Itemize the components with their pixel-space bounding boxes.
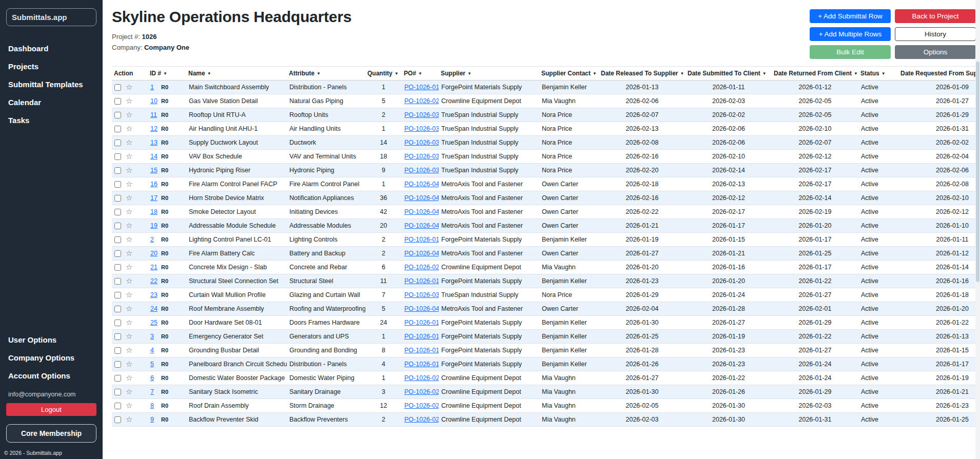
star-icon[interactable]: ☆ (126, 96, 132, 105)
sidebar-item-projects[interactable]: Projects (0, 57, 103, 75)
row-checkbox[interactable] (114, 375, 121, 382)
back-to-project-button[interactable]: Back to Project (895, 9, 976, 23)
row-id-link[interactable]: 13 (150, 139, 158, 146)
row-id-link[interactable]: 18 (150, 208, 158, 215)
sort-desc-icon[interactable]: ▼ (854, 71, 858, 76)
bulk-edit-button[interactable]: Bulk Edit (810, 45, 891, 59)
row-id-link[interactable]: 22 (150, 277, 158, 285)
row-po-link[interactable]: PO-1026-01 (404, 277, 439, 285)
column-header-po[interactable]: PO#▼ (402, 67, 439, 81)
row-id-link[interactable]: 15 (150, 167, 158, 174)
column-header-supplier_contact[interactable]: Supplier Contact▼ (539, 67, 599, 81)
row-checkbox[interactable] (114, 153, 121, 160)
row-po-link[interactable]: PO-1026-03 (404, 139, 439, 146)
column-header-date_returned[interactable]: Date Returned From Client▼ (772, 67, 858, 81)
row-po-link[interactable]: PO-1026-01 (404, 361, 439, 368)
sort-desc-icon[interactable]: ▼ (207, 71, 211, 76)
star-icon[interactable]: ☆ (126, 249, 132, 257)
row-checkbox[interactable] (114, 181, 121, 188)
star-icon[interactable]: ☆ (126, 290, 132, 299)
row-po-link[interactable]: PO-1026-01 (404, 333, 439, 340)
row-id-link[interactable]: 17 (150, 194, 158, 202)
row-checkbox[interactable] (114, 361, 121, 368)
sort-desc-icon[interactable]: ▼ (418, 71, 422, 76)
row-checkbox[interactable] (114, 84, 121, 91)
column-header-id[interactable]: ID #▼ (148, 67, 186, 81)
row-po-link[interactable]: PO-1026-01 (404, 236, 439, 243)
column-header-status[interactable]: Status▼ (858, 67, 898, 81)
star-icon[interactable]: ☆ (126, 401, 132, 410)
sort-desc-icon[interactable]: ▼ (762, 71, 767, 76)
row-id-link[interactable]: 19 (150, 222, 158, 229)
row-checkbox[interactable] (114, 264, 121, 271)
core-membership-button[interactable]: Core Membership (6, 424, 96, 443)
row-checkbox[interactable] (114, 167, 121, 174)
sidebar-item-tasks[interactable]: Tasks (0, 111, 103, 129)
row-checkbox[interactable] (114, 139, 121, 146)
row-id-link[interactable]: 4 (150, 347, 158, 354)
row-checkbox[interactable] (114, 236, 121, 243)
logout-button[interactable]: Logout (6, 403, 96, 416)
row-po-link[interactable]: PO-1026-03 (404, 167, 439, 174)
column-header-quantity[interactable]: Quantity▼ (365, 67, 402, 81)
star-icon[interactable]: ☆ (126, 415, 132, 424)
row-po-link[interactable]: PO-1026-04 (404, 181, 439, 188)
sort-desc-icon[interactable]: ▼ (163, 71, 167, 76)
sidebar-item-user-options[interactable]: User Options (0, 331, 103, 349)
row-po-link[interactable]: PO-1026-01 (404, 84, 439, 91)
row-id-link[interactable]: 24 (150, 305, 158, 312)
row-id-link[interactable]: 5 (150, 361, 158, 368)
column-header-name[interactable]: Name▼ (186, 67, 287, 81)
star-icon[interactable]: ☆ (126, 304, 132, 313)
row-id-link[interactable]: 16 (150, 181, 158, 188)
row-id-link[interactable]: 9 (150, 416, 158, 423)
star-icon[interactable]: ☆ (126, 193, 132, 202)
row-id-link[interactable]: 12 (150, 125, 158, 132)
star-icon[interactable]: ☆ (126, 373, 132, 382)
star-icon[interactable]: ☆ (126, 276, 132, 285)
star-icon[interactable]: ☆ (126, 332, 132, 341)
row-po-link[interactable]: PO-1026-04 (404, 250, 439, 257)
star-icon[interactable]: ☆ (126, 110, 132, 119)
star-icon[interactable]: ☆ (126, 152, 132, 161)
column-header-date_released[interactable]: Date Released To Supplier▼ (599, 67, 685, 81)
sidebar-item-dashboard[interactable]: Dashboard (0, 39, 103, 57)
row-id-link[interactable]: 21 (150, 264, 158, 271)
row-checkbox[interactable] (114, 278, 121, 285)
row-po-link[interactable]: PO-1026-04 (404, 208, 439, 215)
star-icon[interactable]: ☆ (126, 360, 132, 368)
sort-desc-icon[interactable]: ▼ (680, 71, 684, 76)
column-header-supplier[interactable]: Supplier▼ (439, 67, 539, 81)
row-id-link[interactable]: 2 (150, 236, 158, 243)
column-header-attribute[interactable]: Attribute▼ (287, 67, 365, 81)
sidebar-item-account-options[interactable]: Account Options (0, 367, 103, 385)
row-checkbox[interactable] (114, 98, 121, 105)
row-id-link[interactable]: 3 (150, 333, 158, 340)
row-po-link[interactable]: PO-1026-02 (404, 402, 439, 409)
star-icon[interactable]: ☆ (126, 263, 132, 271)
row-checkbox[interactable] (114, 209, 121, 215)
row-checkbox[interactable] (114, 195, 121, 202)
star-icon[interactable]: ☆ (126, 318, 132, 327)
sort-desc-icon[interactable]: ▼ (317, 71, 321, 76)
app-logo[interactable]: Submittals.app (6, 8, 96, 26)
row-id-link[interactable]: 23 (150, 291, 158, 298)
add-submittal-row-button[interactable]: + Add Submittal Row (810, 9, 891, 23)
row-checkbox[interactable] (114, 320, 121, 326)
star-icon[interactable]: ☆ (126, 166, 132, 174)
column-header-date_submitted[interactable]: Date Submitted To Client▼ (685, 67, 772, 81)
row-po-link[interactable]: PO-1026-02 (404, 416, 439, 423)
history-button[interactable]: History (895, 27, 976, 41)
row-checkbox[interactable] (114, 126, 121, 132)
sort-desc-icon[interactable]: ▼ (467, 71, 472, 76)
row-po-link[interactable]: PO-1026-02 (404, 388, 439, 395)
scrollbar-thumb[interactable] (976, 62, 979, 282)
row-checkbox[interactable] (114, 403, 121, 409)
star-icon[interactable]: ☆ (126, 387, 132, 396)
star-icon[interactable]: ☆ (126, 83, 132, 91)
row-checkbox[interactable] (114, 347, 121, 354)
column-header-date_requested[interactable]: Date Requested From Supplier▼ (898, 67, 980, 81)
sort-desc-icon[interactable]: ▼ (593, 71, 597, 76)
options-button[interactable]: Options (895, 45, 976, 59)
row-checkbox[interactable] (114, 112, 121, 118)
